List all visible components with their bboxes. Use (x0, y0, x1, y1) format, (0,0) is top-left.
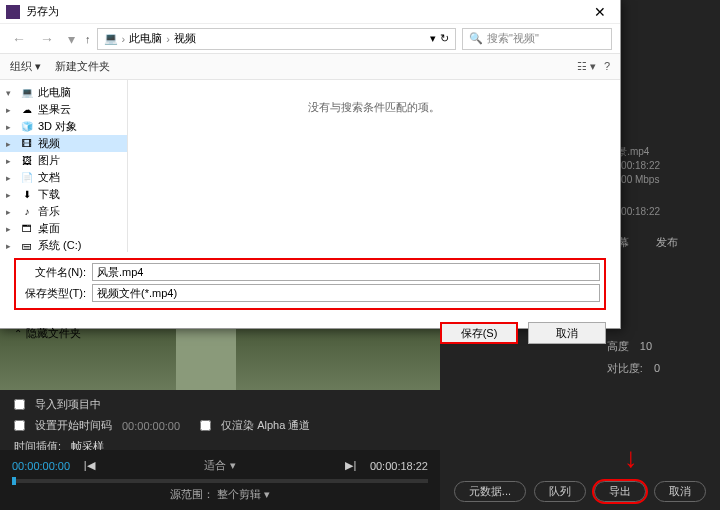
close-button[interactable]: ✕ (586, 4, 614, 20)
tree-item[interactable]: ▸🖼图片 (0, 152, 127, 169)
tree-item[interactable]: ▸⬇下载 (0, 186, 127, 203)
filename-input[interactable] (92, 263, 600, 281)
cancel-button[interactable]: 取消 (528, 322, 606, 344)
tree-label: 视频 (38, 136, 60, 151)
tree-label: 坚果云 (38, 102, 71, 117)
metadata-button[interactable]: 元数据... (454, 481, 526, 502)
folder-icon: 📄 (20, 172, 34, 184)
start-timecode-label: 设置开始时间码 (35, 418, 112, 433)
save-as-dialog: 另存为 ✕ ← → ▾ ↑ 💻 › 此电脑 › 视频 ▾ ↻ 🔍 搜索"视频" … (0, 0, 621, 329)
fit-dropdown[interactable]: 适合 (204, 459, 226, 471)
save-button[interactable]: 保存(S) (440, 322, 518, 344)
height-value[interactable]: 10 (640, 340, 652, 352)
tree-label: 此电脑 (38, 85, 71, 100)
expand-icon[interactable]: ▸ (6, 224, 16, 234)
expand-icon[interactable]: ▸ (6, 139, 16, 149)
folder-icon: 💻 (20, 87, 34, 99)
folder-tree[interactable]: ▾💻此电脑▸☁坚果云▸🧊3D 对象▸🎞视频▸🖼图片▸📄文档▸⬇下载▸♪音乐▸🗔桌… (0, 80, 128, 252)
chevron-down-icon[interactable]: ▾ (430, 32, 436, 45)
computer-icon: 💻 (104, 32, 118, 45)
tree-item[interactable]: ▸📄文档 (0, 169, 127, 186)
prev-frame-icon[interactable]: |◀ (82, 459, 96, 472)
chevron-down-icon: ▾ (230, 459, 236, 471)
folder-icon: ♪ (20, 206, 34, 218)
start-timecode-value[interactable]: 00:00:00:00 (122, 420, 180, 432)
alpha-only-label: 仅渲染 Alpha 通道 (221, 418, 310, 433)
nav-up-button[interactable]: ↑ (85, 33, 91, 45)
chevron-right-icon: › (166, 33, 170, 45)
expand-icon[interactable]: ▸ (6, 122, 16, 132)
tree-item[interactable]: ▸🗔桌面 (0, 220, 127, 237)
chevron-down-icon[interactable]: ▾ (64, 31, 79, 47)
export-button[interactable]: 导出 (594, 481, 646, 502)
import-project-label: 导入到项目中 (35, 397, 101, 412)
app-icon (6, 5, 20, 19)
folder-icon: ☁ (20, 104, 34, 116)
folder-icon: 🗔 (20, 223, 34, 235)
tree-label: 系统 (C:) (38, 238, 81, 252)
chevron-right-icon: › (122, 33, 126, 45)
folder-icon: 🖴 (20, 240, 34, 252)
folder-icon: 🎞 (20, 138, 34, 150)
annotation-highlight: 文件名(N): 保存类型(T): (14, 258, 606, 310)
chevron-down-icon: ▾ (264, 488, 270, 500)
tree-item[interactable]: ▸🧊3D 对象 (0, 118, 127, 135)
file-list-empty: 没有与搜索条件匹配的项。 (128, 80, 620, 252)
tree-item[interactable]: ▸♪音乐 (0, 203, 127, 220)
refresh-button[interactable]: ↻ (440, 32, 449, 45)
expand-icon[interactable]: ▸ (6, 190, 16, 200)
tree-item[interactable]: ▸🖴系统 (C:) (0, 237, 127, 252)
range-dropdown[interactable]: 整个剪辑 (217, 488, 261, 500)
filename-label: 文件名(N): (20, 265, 86, 280)
tab-publish[interactable]: 发布 (656, 236, 678, 248)
view-button[interactable]: ☷ ▾ (577, 60, 596, 73)
hide-folders-toggle[interactable]: ⌃ 隐藏文件夹 (14, 326, 81, 341)
tree-label: 文档 (38, 170, 60, 185)
folder-icon: 🧊 (20, 121, 34, 133)
timecode-out: 00:00:18:22 (370, 460, 428, 472)
tree-label: 音乐 (38, 204, 60, 219)
tree-label: 3D 对象 (38, 119, 77, 134)
start-timecode-checkbox[interactable] (14, 420, 25, 431)
expand-icon[interactable]: ▸ (6, 241, 16, 251)
path-segment[interactable]: 此电脑 (129, 31, 162, 46)
tree-item[interactable]: ▸☁坚果云 (0, 101, 127, 118)
nav-forward-button: → (36, 31, 58, 47)
tree-label: 桌面 (38, 221, 60, 236)
organize-button[interactable]: 组织 ▾ (10, 59, 41, 74)
timeline-scrubber[interactable] (12, 479, 428, 483)
filetype-dropdown[interactable] (92, 284, 600, 302)
address-bar[interactable]: 💻 › 此电脑 › 视频 ▾ ↻ (97, 28, 457, 50)
expand-icon[interactable]: ▸ (6, 173, 16, 183)
chevron-down-icon: ⌃ (14, 328, 22, 339)
search-input[interactable]: 🔍 搜索"视频" (462, 28, 612, 50)
nav-back-button[interactable]: ← (8, 31, 30, 47)
folder-icon: ⬇ (20, 189, 34, 201)
range-label: 源范围： (170, 488, 214, 500)
folder-icon: 🖼 (20, 155, 34, 167)
tree-label: 下载 (38, 187, 60, 202)
alpha-only-checkbox[interactable] (200, 420, 211, 431)
next-frame-icon[interactable]: ▶| (344, 459, 358, 472)
path-segment[interactable]: 视频 (174, 31, 196, 46)
search-placeholder: 搜索"视频" (487, 31, 539, 46)
search-icon: 🔍 (469, 32, 483, 45)
timecode-in[interactable]: 00:00:00:00 (12, 460, 70, 472)
filetype-label: 保存类型(T): (20, 286, 86, 301)
dialog-title: 另存为 (26, 4, 59, 19)
expand-icon[interactable]: ▸ (6, 156, 16, 166)
tree-label: 图片 (38, 153, 60, 168)
tree-item[interactable]: ▾💻此电脑 (0, 84, 127, 101)
new-folder-button[interactable]: 新建文件夹 (55, 59, 110, 74)
cancel-export-button[interactable]: 取消 (654, 481, 706, 502)
tree-item[interactable]: ▸🎞视频 (0, 135, 127, 152)
import-project-checkbox[interactable] (14, 399, 25, 410)
expand-icon[interactable]: ▸ (6, 207, 16, 217)
queue-button[interactable]: 队列 (534, 481, 586, 502)
annotation-arrow-icon: ↓ (624, 442, 638, 474)
expand-icon[interactable]: ▸ (6, 105, 16, 115)
expand-icon[interactable]: ▾ (6, 88, 16, 98)
help-button[interactable]: ? (604, 60, 610, 73)
